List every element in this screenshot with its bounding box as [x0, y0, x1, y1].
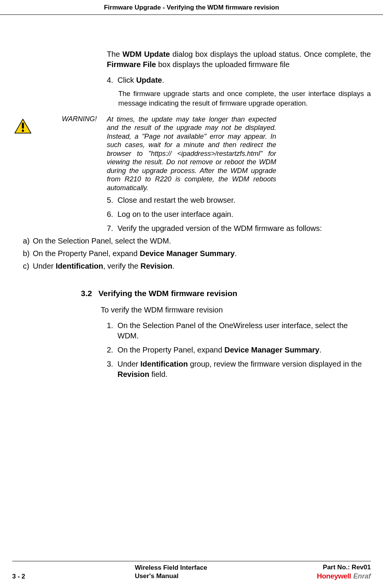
section-title: Verifying the WDM firmware revision — [98, 289, 237, 298]
footer-right: Part No.: Rev01 Honeywell Enraf — [317, 564, 371, 580]
page-footer: 3 - 2 Wireless Field Interface User's Ma… — [0, 561, 383, 580]
step-number: 3. — [107, 359, 117, 380]
svg-point-2 — [22, 130, 24, 132]
warning-text: At times, the update may take longer tha… — [107, 115, 276, 192]
part-number: Part No.: Rev01 — [317, 564, 371, 571]
section-subheading: To verify the WDM firmware revision — [101, 306, 371, 314]
honeywell-logo: Honeywell — [317, 572, 351, 580]
substep-number: a) — [23, 236, 33, 246]
s2-step-1: 1. On the Selection Panel of the OneWire… — [107, 320, 371, 341]
warning-block: WARNING! At times, the update may take l… — [12, 115, 371, 192]
doc-title: Wireless Field Interface User's Manual — [135, 564, 207, 580]
page-content: The WDM Update dialog box displays the u… — [0, 15, 383, 380]
section-3-2-heading: 3.2 Verifying the WDM firmware revision — [81, 289, 371, 298]
step-number: 7. — [107, 223, 117, 234]
step-text: On the Property Panel, expand Device Man… — [117, 345, 371, 355]
step-number: 5. — [107, 195, 117, 205]
step-text: Under Identification group, review the f… — [117, 359, 371, 380]
step-text: Log on to the user interface again. — [117, 209, 371, 219]
substep-number: c) — [23, 261, 33, 271]
substep-text: Under Identification, verify the Revisio… — [33, 261, 174, 271]
step-6: 6. Log on to the user interface again. — [107, 209, 371, 219]
s2-step-2: 2. On the Property Panel, expand Device … — [107, 345, 371, 355]
step-text: Click Update. — [117, 75, 371, 85]
step-text: On the Selection Panel of the OneWireles… — [117, 320, 371, 341]
step-text: Close and restart the web browser. — [117, 195, 371, 205]
step-5: 5. Close and restart the web browser. — [107, 195, 371, 205]
step-number: 6. — [107, 209, 117, 219]
step-number: 4. — [107, 75, 117, 85]
warning-label: WARNING! — [62, 115, 97, 123]
page-number: 3 - 2 — [12, 573, 25, 580]
substep-number: b) — [23, 248, 33, 259]
warning-icon — [14, 118, 32, 134]
footer-row: 3 - 2 Wireless Field Interface User's Ma… — [12, 564, 371, 580]
brand-logo: Honeywell Enraf — [317, 572, 371, 580]
enraf-logo: Enraf — [353, 572, 371, 580]
step-number: 1. — [107, 320, 117, 341]
step-number: 2. — [107, 345, 117, 355]
step-4: 4. Click Update. — [107, 75, 371, 85]
step-7c: c) Under Identification, verify the Revi… — [23, 261, 371, 271]
header-title: Firmware Upgrade - Verifying the WDM fir… — [104, 4, 279, 11]
step-7: 7. Verify the upgraded version of the WD… — [107, 223, 371, 234]
step-text: Verify the upgraded version of the WDM f… — [117, 223, 371, 234]
step-7b: b) On the Property Panel, expand Device … — [23, 248, 371, 259]
svg-rect-1 — [22, 123, 24, 129]
intro-paragraph: The WDM Update dialog box displays the u… — [107, 49, 371, 70]
substep-text: On the Property Panel, expand Device Man… — [33, 248, 237, 259]
section-number: 3.2 — [81, 289, 98, 298]
substep-text: On the Selection Panel, select the WDM. — [33, 236, 171, 246]
footer-divider — [12, 561, 371, 561]
step-4-note: The firmware upgrade starts and once com… — [118, 89, 371, 108]
s2-step-3: 3. Under Identification group, review th… — [107, 359, 371, 380]
page-header: Firmware Upgrade - Verifying the WDM fir… — [0, 0, 383, 11]
step-7a: a) On the Selection Panel, select the WD… — [23, 236, 371, 246]
